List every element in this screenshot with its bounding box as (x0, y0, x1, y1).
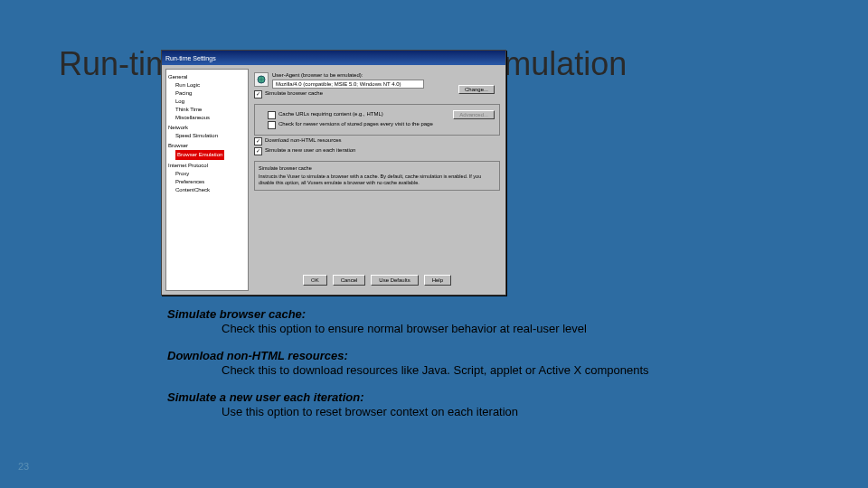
help-button[interactable]: Help (424, 275, 451, 286)
tree-group-internet[interactable]: Internet Protocol (168, 162, 246, 170)
note-newuser: Simulate a new user each iteration: Use … (167, 390, 818, 419)
change-button[interactable]: Change... (458, 85, 495, 94)
check-newer-checkbox[interactable]: Check for newer versions of stored pages… (268, 121, 495, 129)
globe-icon (254, 72, 269, 87)
tree-item-speedsim[interactable]: Speed Simulation (175, 132, 246, 140)
tree-item-misc[interactable]: Miscellaneous (175, 114, 246, 122)
tree-group-browser[interactable]: Browser (168, 142, 246, 150)
tree-item-browser-emulation[interactable]: Browser Emulation (175, 150, 246, 160)
tree-item-log[interactable]: Log (175, 98, 246, 106)
page-number: 23 (18, 461, 29, 472)
cache-options-group: Cache URLs requiring content (e.g., HTML… (254, 104, 500, 136)
tree-item-preferences[interactable]: Preferences (175, 178, 246, 186)
user-agent-label: User-Agent (browser to be emulated): (272, 72, 424, 78)
browser-emulation-panel: User-Agent (browser to be emulated): Moz… (252, 69, 502, 291)
note-download: Download non-HTML resources: Check this … (167, 349, 818, 378)
tree-group-network[interactable]: Network (168, 124, 246, 132)
explanatory-notes: Simulate browser cache: Check this optio… (167, 307, 818, 432)
tree-item-proxy[interactable]: Proxy (175, 170, 246, 178)
user-agent-value: Mozilla/4.0 (compatible; MSIE 5.0; Windo… (272, 80, 424, 89)
tree-item-runlogic[interactable]: Run Logic (175, 81, 246, 89)
download-nonhtml-checkbox[interactable]: ✓Download non-HTML resources (254, 137, 502, 145)
advanced-button: Advanced... (453, 110, 495, 119)
description-box: Simulate browser cache Instructs the Vus… (254, 161, 500, 191)
settings-tree[interactable]: General Run Logic Pacing Log Think Time … (165, 69, 249, 291)
cancel-button[interactable]: Cancel (333, 275, 366, 286)
dialog-button-row: OK Cancel Use Defaults Help (252, 275, 502, 286)
note-cache: Simulate browser cache: Check this optio… (167, 307, 818, 336)
ok-button[interactable]: OK (303, 275, 327, 286)
dialog-titlebar: Run-time Settings (162, 51, 505, 65)
tree-group-general[interactable]: General (168, 73, 246, 81)
tree-item-contentcheck[interactable]: ContentCheck (175, 186, 246, 194)
description-body: Instructs the Vuser to simulate a browse… (259, 174, 495, 186)
use-defaults-button[interactable]: Use Defaults (371, 275, 418, 286)
description-heading: Simulate browser cache (259, 165, 495, 172)
runtime-settings-dialog: Run-time Settings General Run Logic Paci… (161, 50, 506, 296)
simulate-new-user-checkbox[interactable]: ✓Simulate a new user on each iteration (254, 147, 502, 155)
tree-item-pacing[interactable]: Pacing (175, 89, 246, 98)
tree-item-thinktime[interactable]: Think Time (175, 106, 246, 114)
